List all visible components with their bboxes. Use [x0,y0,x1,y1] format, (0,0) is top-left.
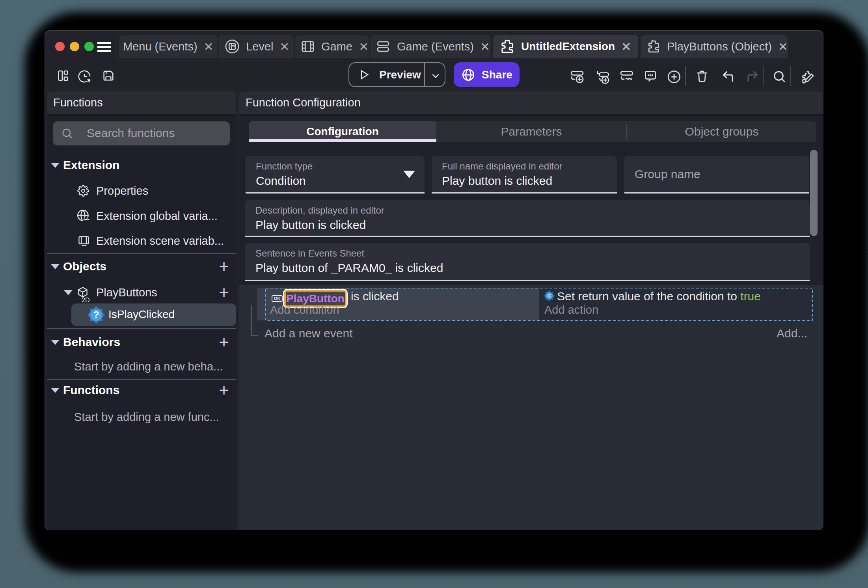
svg-text:?: ? [93,309,99,320]
svg-text:G: G [547,293,551,299]
